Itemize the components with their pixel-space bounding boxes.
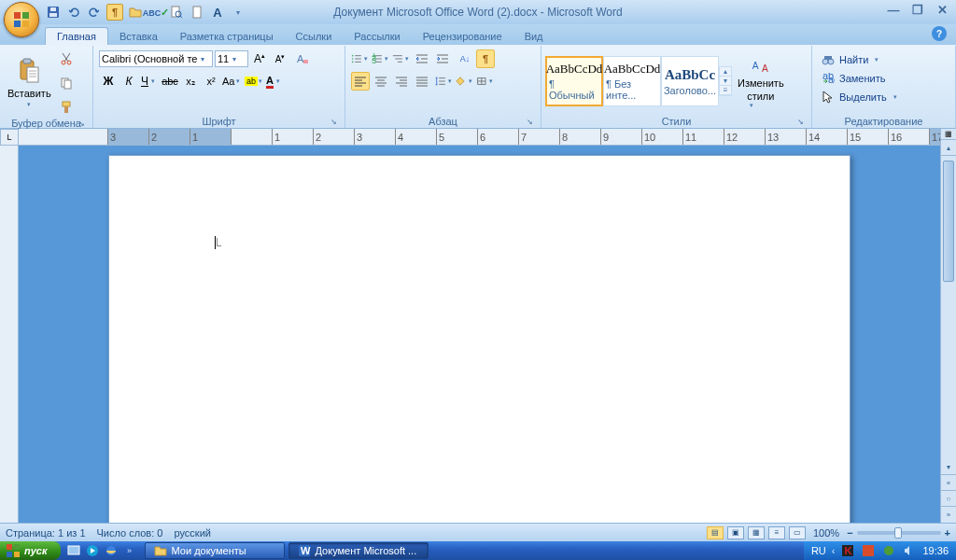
status-lang[interactable]: русский bbox=[174, 527, 210, 539]
redo-icon[interactable] bbox=[86, 4, 103, 21]
font-launcher-icon[interactable]: ↘ bbox=[328, 116, 339, 127]
ql-more-icon[interactable]: » bbox=[122, 543, 137, 558]
styles-launcher-icon[interactable]: ↘ bbox=[794, 116, 806, 127]
office-button[interactable] bbox=[4, 2, 39, 37]
style-heading1[interactable]: AaBbCcЗаголово... bbox=[661, 56, 719, 106]
align-center-button[interactable] bbox=[372, 72, 390, 91]
shrink-font-icon[interactable]: A▾ bbox=[271, 49, 289, 68]
underline-button[interactable]: Ч▾ bbox=[140, 72, 159, 91]
justify-button[interactable] bbox=[413, 72, 431, 91]
view-draft-icon[interactable]: ▭ bbox=[789, 526, 806, 539]
find-button[interactable]: Найти▾ bbox=[818, 51, 949, 68]
numbering-button[interactable]: 123▾ bbox=[372, 49, 390, 68]
subscript-button[interactable]: x₂ bbox=[181, 72, 200, 91]
maximize-button[interactable]: ❐ bbox=[909, 2, 926, 17]
tab-selector[interactable]: L bbox=[0, 129, 19, 146]
show-desktop-icon[interactable] bbox=[66, 543, 81, 558]
styles-expand-icon[interactable]: ≡ bbox=[720, 86, 731, 95]
tab-mailings[interactable]: Рассылки bbox=[343, 28, 411, 45]
highlight-button[interactable]: ab▾ bbox=[245, 72, 263, 91]
superscript-button[interactable]: x² bbox=[202, 72, 220, 91]
tab-layout[interactable]: Разметка страницы bbox=[169, 28, 285, 45]
browse-object-icon[interactable]: ○ bbox=[941, 491, 956, 507]
borders-button[interactable]: ▾ bbox=[476, 72, 495, 91]
view-web-icon[interactable]: ▦ bbox=[748, 526, 765, 539]
vertical-ruler[interactable] bbox=[0, 146, 19, 523]
start-button[interactable]: пуск bbox=[0, 541, 61, 560]
document-page[interactable] bbox=[108, 155, 851, 523]
tray-app2-icon[interactable] bbox=[881, 543, 896, 558]
indent-dec-button[interactable] bbox=[413, 49, 431, 68]
zoom-in-button[interactable]: + bbox=[945, 527, 950, 539]
tray-lang[interactable]: RU bbox=[811, 545, 826, 556]
minimize-button[interactable]: ― bbox=[885, 2, 902, 17]
undo-icon[interactable] bbox=[65, 4, 82, 21]
bullets-button[interactable]: ▾ bbox=[351, 49, 370, 68]
status-page[interactable]: Страница: 1 из 1 bbox=[6, 527, 86, 539]
tab-insert[interactable]: Вставка bbox=[108, 28, 169, 45]
style-normal[interactable]: AaBbCcDd¶ Обычный bbox=[545, 56, 603, 106]
grow-font-icon[interactable]: A▴ bbox=[250, 49, 269, 68]
taskbar-item-documents[interactable]: Мои документы bbox=[145, 542, 285, 559]
vertical-scrollbar[interactable]: ▦ ▴ ▾ « ○ » bbox=[940, 129, 956, 523]
select-button[interactable]: Выделить▾ bbox=[818, 89, 949, 105]
next-page-icon[interactable]: » bbox=[941, 507, 956, 523]
save-icon[interactable] bbox=[45, 4, 62, 21]
replace-button[interactable]: abacЗаменить bbox=[818, 70, 949, 87]
clipboard-launcher-icon[interactable]: ↘ bbox=[76, 118, 87, 129]
clear-format-icon[interactable]: A bbox=[293, 49, 312, 68]
view-outline-icon[interactable]: ≡ bbox=[768, 526, 785, 539]
horizontal-ruler[interactable]: 321 1234567891011121314151617 bbox=[19, 129, 940, 146]
indent-inc-button[interactable] bbox=[433, 49, 452, 68]
cut-icon[interactable] bbox=[57, 49, 76, 68]
close-button[interactable]: ✕ bbox=[934, 2, 950, 17]
italic-button[interactable]: К bbox=[120, 72, 138, 91]
bold-button[interactable]: Ж bbox=[99, 72, 118, 91]
style-nospacing[interactable]: AaBbCcDd¶ Без инте... bbox=[603, 56, 661, 106]
font-family-combo[interactable]: Calibri (Основной те▾ bbox=[99, 50, 213, 67]
qat-more-icon[interactable]: ▾ bbox=[230, 4, 246, 21]
tab-review[interactable]: Рецензирование bbox=[412, 28, 513, 45]
paste-button[interactable]: Вставить ▾ bbox=[4, 48, 55, 117]
tab-home[interactable]: Главная bbox=[45, 27, 108, 45]
tray-app1-icon[interactable] bbox=[861, 543, 876, 558]
zoom-level[interactable]: 100% bbox=[813, 527, 839, 539]
line-spacing-button[interactable]: ▾ bbox=[435, 72, 454, 91]
strike-button[interactable]: abc bbox=[161, 72, 179, 91]
shading-button[interactable]: ▾ bbox=[456, 72, 474, 91]
open-icon[interactable] bbox=[127, 4, 144, 21]
multilevel-button[interactable]: ▾ bbox=[392, 49, 411, 68]
change-case-button[interactable]: Aa▾ bbox=[222, 72, 241, 91]
font-color-button[interactable]: A▾ bbox=[265, 72, 284, 91]
paragraph-launcher-icon[interactable]: ↘ bbox=[524, 116, 535, 127]
view-print-layout-icon[interactable]: ▤ bbox=[707, 526, 724, 539]
wmp-icon[interactable] bbox=[85, 543, 100, 558]
change-styles-button[interactable]: AA Изменить стили ▾ bbox=[734, 51, 788, 111]
taskbar-item-word[interactable]: W Документ Microsoft ... bbox=[288, 542, 429, 559]
preview-icon[interactable] bbox=[168, 4, 185, 21]
scroll-thumb[interactable] bbox=[943, 161, 954, 282]
prev-page-icon[interactable]: « bbox=[941, 475, 956, 491]
tray-clock[interactable]: 19:36 bbox=[922, 545, 949, 556]
volume-icon[interactable] bbox=[902, 543, 917, 558]
newdoc-icon[interactable] bbox=[189, 4, 205, 21]
tab-references[interactable]: Ссылки bbox=[285, 28, 344, 45]
align-right-button[interactable] bbox=[392, 72, 411, 91]
styles-down-icon[interactable]: ▾ bbox=[720, 77, 731, 86]
show-marks-button[interactable]: ¶ bbox=[476, 49, 495, 68]
scroll-down-icon[interactable]: ▾ bbox=[941, 459, 956, 475]
kaspersky-icon[interactable]: K bbox=[840, 543, 855, 558]
tray-expand-icon[interactable]: ‹ bbox=[832, 545, 836, 556]
align-left-button[interactable] bbox=[351, 72, 370, 91]
styles-up-icon[interactable]: ▴ bbox=[720, 67, 731, 77]
zoom-out-button[interactable]: − bbox=[847, 527, 852, 539]
zoom-thumb[interactable] bbox=[894, 527, 902, 539]
pilcrow-icon[interactable]: ¶ bbox=[106, 4, 123, 21]
paste-dropdown-icon[interactable]: ▾ bbox=[24, 101, 34, 108]
help-icon[interactable]: ? bbox=[932, 26, 947, 41]
status-words[interactable]: Число слов: 0 bbox=[97, 527, 163, 539]
view-fullscreen-icon[interactable]: ▣ bbox=[727, 526, 744, 539]
zoom-slider[interactable] bbox=[857, 531, 941, 535]
spellcheck-icon[interactable]: ABC✓ bbox=[148, 4, 164, 21]
format-painter-icon[interactable] bbox=[57, 98, 76, 117]
